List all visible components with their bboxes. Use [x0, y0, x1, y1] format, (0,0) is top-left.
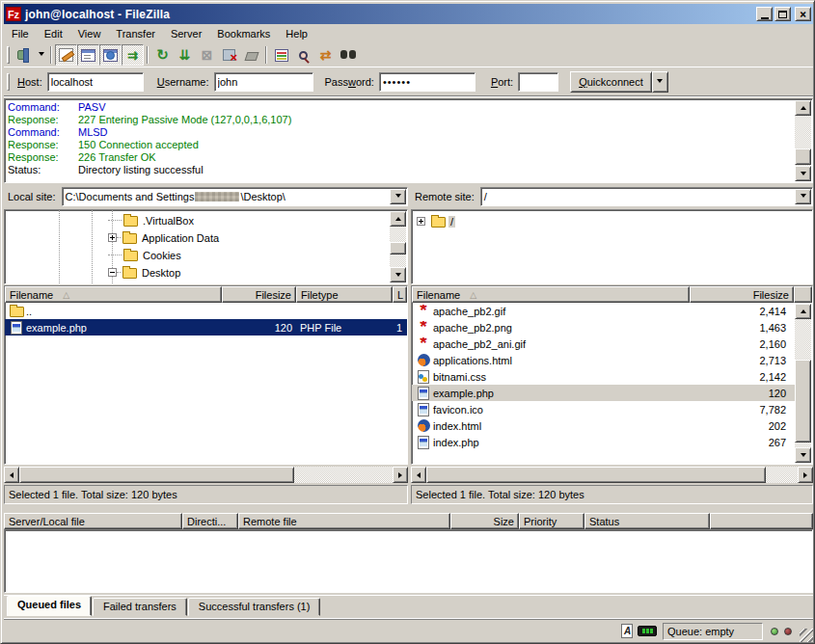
menu-transfer[interactable]: Transfer [108, 26, 163, 41]
log-scrollbar[interactable] [795, 100, 811, 181]
tab-queued-files[interactable]: Queued files [7, 596, 92, 616]
scroll-right-button[interactable] [393, 467, 408, 483]
menu-server[interactable]: Server [163, 26, 209, 41]
menu-file[interactable]: File [4, 26, 37, 41]
file-row-selected[interactable]: example.php 120 PHP File 1 [5, 319, 407, 335]
scroll-thumb[interactable] [19, 467, 294, 483]
tree-item[interactable]: Cookies [108, 247, 183, 263]
file-row-parent[interactable]: .. [5, 303, 407, 319]
file-row-selected[interactable]: example.php120 [412, 385, 796, 401]
port-input[interactable] [518, 72, 558, 92]
reconnect-button[interactable] [240, 44, 262, 66]
toggle-message-log-button[interactable] [55, 44, 77, 66]
local-site-dropdown-button[interactable] [390, 189, 406, 204]
maximize-button[interactable] [774, 7, 791, 21]
tree-item[interactable]: Application Data [108, 229, 221, 246]
toggle-local-tree-button[interactable] [77, 44, 99, 66]
remote-horizontal-scrollbar[interactable] [411, 467, 813, 483]
file-row[interactable]: *apache_pb2.gif2,414 [412, 303, 796, 319]
column-header-size[interactable]: Size [450, 513, 519, 529]
toggle-remote-tree-button[interactable] [99, 44, 122, 66]
file-row[interactable]: favicon.ico7,782 [412, 401, 796, 417]
file-row[interactable]: applications.html2,713 [412, 352, 796, 368]
host-input[interactable] [47, 72, 144, 92]
password-label: Password: [325, 76, 374, 88]
column-header-lastmodified[interactable]: L [393, 286, 407, 303]
directory-listing-filters-button[interactable] [270, 44, 292, 66]
toggle-transfer-queue-button[interactable]: ⇉ [122, 44, 144, 66]
expand-icon[interactable] [417, 217, 425, 226]
synchronized-browsing-button[interactable]: ⇄ [314, 44, 337, 66]
refresh-button[interactable]: ↻ [151, 44, 174, 66]
column-header-server-local-file[interactable]: Server/Local file [4, 513, 182, 529]
file-row[interactable]: *apache_pb2_ani.gif2,160 [412, 335, 796, 352]
expand-icon[interactable] [108, 233, 117, 242]
local-tree-scrollbar[interactable] [390, 211, 406, 282]
directory-comparison-button[interactable] [292, 44, 314, 66]
close-button[interactable]: × [795, 7, 811, 21]
file-row[interactable]: index.php267 [412, 434, 796, 450]
menu-help[interactable]: Help [278, 26, 315, 41]
remote-site-dropdown-button[interactable] [795, 189, 811, 204]
scroll-up-button[interactable] [390, 211, 406, 227]
tree-item[interactable]: Desktop [108, 264, 182, 281]
menu-bookmarks[interactable]: Bookmarks [209, 26, 278, 41]
close-icon: × [800, 10, 806, 19]
remote-list-scrollbar[interactable] [795, 304, 811, 463]
tree-item[interactable]: .VirtualBox [108, 212, 196, 228]
menu-edit[interactable]: Edit [37, 26, 70, 41]
local-directory-tree[interactable]: .VirtualBox Application Data Cookies Des… [4, 209, 408, 284]
queue-list[interactable] [4, 529, 813, 593]
quickconnect-button[interactable]: Quickconnect [570, 71, 652, 93]
process-queue-button[interactable]: ⇊ [174, 44, 196, 66]
local-horizontal-scrollbar[interactable] [4, 467, 408, 483]
scroll-left-button[interactable] [411, 467, 426, 483]
remote-site-combo[interactable]: / [480, 187, 813, 206]
local-site-combo[interactable]: C:\Documents and Settings\Desktop\ [62, 187, 408, 206]
cancel-button[interactable]: ⊠ [196, 44, 218, 66]
tab-successful-transfers[interactable]: Successful transfers (1) [188, 598, 321, 616]
site-manager-dropdown-button[interactable] [35, 44, 47, 66]
remote-directory-tree[interactable]: / [411, 209, 813, 284]
column-header-priority[interactable]: Priority [519, 513, 584, 529]
password-input[interactable] [379, 72, 475, 92]
scroll-down-button[interactable] [390, 267, 406, 282]
file-row[interactable]: bitnami.css2,142 [412, 368, 796, 385]
site-manager-button[interactable] [13, 44, 35, 66]
username-input[interactable] [214, 72, 313, 92]
quickconnect-grip[interactable] [7, 73, 10, 91]
cancel-icon: ⊠ [202, 47, 213, 63]
speed-limit-icon[interactable] [638, 626, 657, 636]
scroll-down-button[interactable] [795, 166, 811, 181]
quickconnect-dropdown-button[interactable] [652, 71, 668, 93]
column-header-filename[interactable]: Filename△ [412, 286, 690, 303]
data-type-indicator-icon[interactable] [621, 624, 633, 638]
file-row[interactable]: *apache_pb2.png1,463 [412, 319, 796, 335]
scroll-left-button[interactable] [4, 467, 19, 483]
scroll-down-button[interactable] [795, 447, 811, 463]
scroll-thumb[interactable] [795, 360, 811, 443]
file-row[interactable]: index.html202 [412, 417, 796, 434]
find-files-button[interactable] [337, 44, 359, 66]
tab-failed-transfers[interactable]: Failed transfers [93, 598, 187, 616]
collapse-icon[interactable] [108, 268, 117, 277]
column-header-direction[interactable]: Directi... [182, 513, 238, 529]
tree-item[interactable]: / [417, 213, 455, 229]
scroll-up-button[interactable] [795, 304, 811, 319]
column-header-filename[interactable]: Filename△ [5, 286, 222, 303]
toolbar-grip[interactable] [7, 46, 10, 64]
scroll-thumb[interactable] [390, 242, 406, 255]
scroll-right-button[interactable] [798, 467, 813, 483]
minimize-button[interactable] [756, 7, 773, 21]
column-header-filesize[interactable]: Filesize [222, 286, 296, 303]
scroll-thumb[interactable] [795, 148, 811, 165]
resize-grip[interactable] [800, 629, 813, 642]
scroll-up-button[interactable] [795, 100, 811, 116]
scroll-thumb[interactable] [426, 467, 766, 483]
column-header-filetype[interactable]: Filetype [296, 286, 393, 303]
menu-view[interactable]: View [70, 26, 109, 41]
disconnect-button[interactable] [218, 44, 240, 66]
column-header-status[interactable]: Status [584, 513, 710, 529]
column-header-remote-file[interactable]: Remote file [238, 513, 450, 529]
column-header-filesize[interactable]: Filesize [690, 286, 794, 303]
